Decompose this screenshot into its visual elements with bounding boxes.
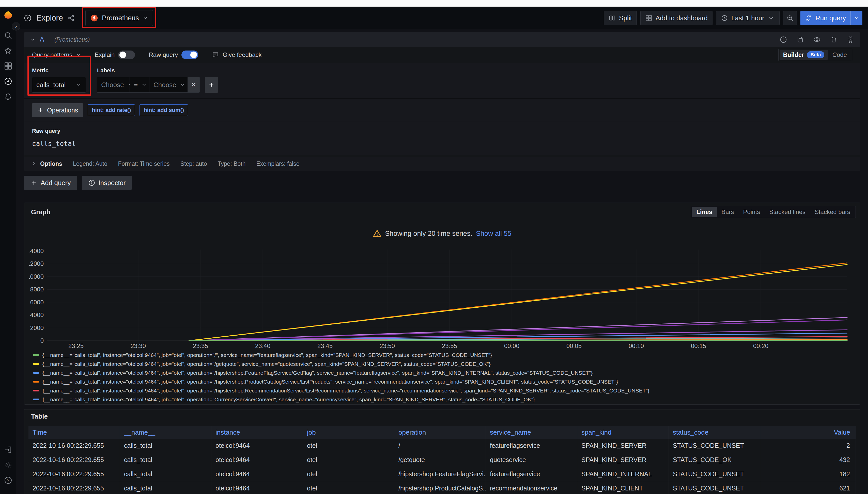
give-feedback-link[interactable]: Give feedback bbox=[212, 51, 261, 58]
column-header-operation[interactable]: operation bbox=[394, 426, 486, 439]
time-range-picker[interactable]: Last 1 hour bbox=[716, 11, 780, 25]
zoom-out-icon bbox=[786, 15, 794, 22]
column-header-instance[interactable]: instance bbox=[212, 426, 303, 439]
x-axis-label: 00:00 bbox=[504, 342, 519, 349]
label-operator-select[interactable]: = bbox=[130, 77, 149, 93]
add-label-filter-button[interactable] bbox=[205, 77, 218, 93]
show-all-series-link[interactable]: Show all 55 bbox=[476, 230, 511, 238]
dashboards-icon[interactable] bbox=[2, 60, 14, 72]
starred-icon[interactable] bbox=[2, 45, 14, 56]
legend-item[interactable]: {__name__="calls_total", instance="otelc… bbox=[33, 368, 860, 377]
warning-text: Showing only 20 time series. bbox=[385, 230, 472, 238]
table-cell: otelcol:9464 bbox=[212, 453, 303, 467]
query-editor: A (Prometheus) ? Query patterns bbox=[24, 32, 860, 171]
legend-item[interactable]: {__name__="calls_total", instance="otelc… bbox=[33, 350, 860, 359]
remove-query-trash-icon[interactable] bbox=[830, 36, 837, 43]
column-header-statuscode[interactable]: status_code bbox=[669, 426, 760, 439]
legend-series-label: {__name__="calls_total", instance="otelc… bbox=[42, 397, 535, 403]
sign-in-icon[interactable] bbox=[2, 444, 14, 455]
plus-icon bbox=[208, 81, 215, 88]
label-value-select[interactable]: Choose bbox=[149, 77, 188, 93]
explore-content: A (Prometheus) ? Query patterns bbox=[16, 30, 868, 494]
zoom-out-time-button[interactable] bbox=[783, 11, 797, 25]
legend-series-label: {__name__="calls_total", instance="otelc… bbox=[42, 361, 490, 367]
run-query-button[interactable]: Run query bbox=[800, 11, 863, 25]
graph-style-stacked-bars[interactable]: Stacked bars bbox=[810, 207, 855, 217]
x-axis-label: 23:55 bbox=[442, 342, 457, 349]
graph-style-stacked-lines[interactable]: Stacked lines bbox=[764, 207, 810, 217]
y-axis-label: 12000 bbox=[29, 260, 44, 267]
inspector-button[interactable]: Inspector bbox=[82, 176, 132, 190]
column-header-servicename[interactable]: service_name bbox=[486, 426, 577, 439]
code-tab[interactable]: Code bbox=[828, 50, 851, 60]
label-name-select[interactable]: Choose bbox=[97, 77, 130, 93]
options-summary-item: Type: Both bbox=[218, 160, 246, 167]
raw-query-toggle[interactable] bbox=[181, 51, 198, 59]
table-cell: otelcol:9464 bbox=[212, 467, 303, 481]
clock-icon bbox=[721, 15, 728, 22]
table-cell: calls_total bbox=[120, 481, 212, 494]
explore-compass-icon[interactable] bbox=[2, 76, 14, 87]
metric-select[interactable]: calls_total bbox=[32, 77, 86, 93]
collapse-chevron-icon[interactable] bbox=[30, 37, 36, 42]
split-icon bbox=[609, 15, 616, 22]
comment-icon bbox=[212, 51, 219, 58]
help-icon[interactable]: ? bbox=[2, 475, 14, 486]
chevron-down-icon bbox=[143, 15, 148, 21]
top-navigation: Explore Prometheus bbox=[16, 6, 868, 30]
datasource-picker[interactable]: Prometheus bbox=[85, 10, 153, 26]
settings-gear-icon[interactable] bbox=[2, 459, 14, 471]
disable-query-eye-icon[interactable] bbox=[813, 36, 821, 43]
legend-item[interactable]: {__name__="calls_total", instance="otelc… bbox=[33, 386, 860, 395]
raw-query-label: Raw query bbox=[149, 51, 178, 58]
refresh-icon bbox=[805, 15, 812, 22]
builder-tab[interactable]: Builder Beta bbox=[780, 50, 828, 60]
column-header-job[interactable]: job bbox=[303, 426, 394, 439]
column-header-spankind[interactable]: span_kind bbox=[577, 426, 669, 439]
y-axis-label: 4000 bbox=[30, 311, 44, 318]
explain-toggle[interactable] bbox=[118, 51, 135, 59]
legend-series-label: {__name__="calls_total", instance="otelc… bbox=[42, 352, 492, 358]
query-hint-button[interactable]: hint: add rate() bbox=[88, 104, 135, 116]
duplicate-query-icon[interactable] bbox=[796, 36, 804, 43]
legend-item[interactable]: {__name__="calls_total", instance="otelc… bbox=[33, 377, 860, 386]
add-operation-button[interactable]: Operations bbox=[32, 103, 83, 117]
column-header-Time[interactable]: Time bbox=[29, 426, 120, 439]
column-header-name[interactable]: __name__ bbox=[120, 426, 212, 439]
query-help-icon[interactable]: ? bbox=[780, 36, 787, 43]
table-cell: /hipstershop.ProductCatalogS... bbox=[394, 481, 486, 494]
options-summary-item: Legend: Auto bbox=[73, 160, 108, 167]
graph-style-lines[interactable]: Lines bbox=[692, 207, 717, 217]
add-to-dashboard-button[interactable]: Add to dashboard bbox=[640, 11, 712, 25]
table-cell: STATUS_CODE_UNSET bbox=[669, 481, 760, 494]
query-row-header[interactable]: A (Prometheus) ? bbox=[24, 32, 860, 47]
expand-sidebar-button[interactable]: › bbox=[12, 22, 20, 31]
add-query-button[interactable]: Add query bbox=[24, 176, 77, 190]
remove-label-filter-button[interactable]: ✕ bbox=[187, 77, 200, 93]
x-axis-label: 23:40 bbox=[255, 342, 270, 349]
graph-style-switcher: LinesBarsPointsStacked linesStacked bars bbox=[691, 206, 856, 218]
metric-label: Metric bbox=[32, 67, 86, 74]
graph-style-bars[interactable]: Bars bbox=[717, 207, 738, 217]
options-expander[interactable]: Options bbox=[31, 160, 62, 167]
share-icon[interactable] bbox=[68, 15, 75, 22]
graph-panel: Graph LinesBarsPointsStacked linesStacke… bbox=[24, 203, 860, 405]
x-axis-label: 00:05 bbox=[566, 342, 582, 349]
table-cell: calls_total bbox=[120, 453, 212, 467]
grafana-logo-icon[interactable] bbox=[2, 10, 14, 21]
legend-item[interactable]: {__name__="calls_total", instance="otelc… bbox=[33, 359, 860, 368]
table-cell: featureflagservice bbox=[486, 467, 577, 481]
query-patterns-dropdown[interactable]: Query patterns bbox=[32, 51, 81, 58]
options-summary-item: Format: Time series bbox=[118, 160, 169, 167]
search-icon[interactable] bbox=[2, 30, 14, 41]
graph-style-points[interactable]: Points bbox=[738, 207, 764, 217]
run-query-dropdown[interactable] bbox=[850, 11, 863, 25]
legend-item[interactable]: {__name__="calls_total", instance="otelc… bbox=[33, 395, 860, 404]
split-button[interactable]: Split bbox=[604, 11, 637, 25]
column-header-Value[interactable]: Value bbox=[760, 426, 856, 439]
alerting-bell-icon[interactable] bbox=[2, 91, 14, 102]
time-series-chart[interactable]: 23:2523:3023:3523:4023:4523:5023:5500:00… bbox=[29, 244, 849, 350]
options-summary-item: Step: auto bbox=[180, 160, 207, 167]
query-hint-button[interactable]: hint: add sum() bbox=[140, 104, 188, 116]
drag-handle-icon[interactable] bbox=[847, 36, 854, 43]
